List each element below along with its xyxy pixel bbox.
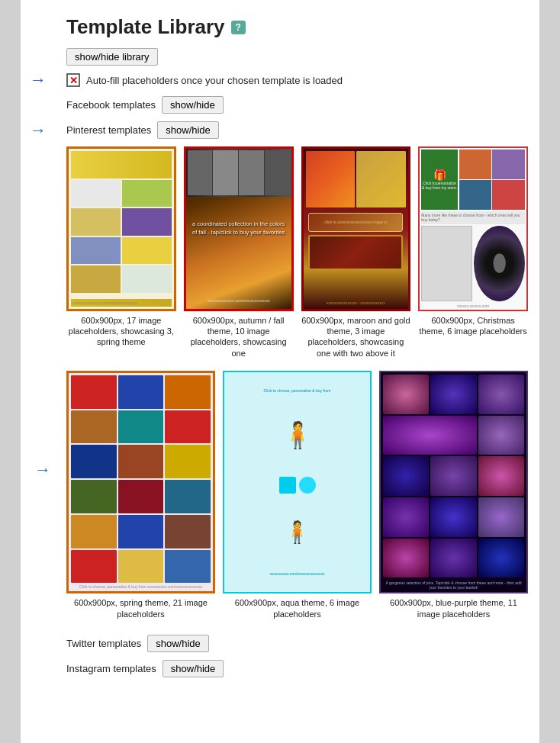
template-maroon-gold-caption: 600x900px, maroon and gold theme, 3 imag… (301, 315, 411, 359)
template-blue-purple[interactable]: A gorgeous selection of pins. Tap/click … (379, 371, 528, 619)
autofill-label: Auto-fill placeholders once your chosen … (86, 75, 343, 86)
template-spring-21-thumb: Click to choose, personalize & buy from … (66, 371, 215, 594)
template-autumn[interactable]: a coordinated collection in the colors o… (184, 146, 294, 359)
facebook-show-hide-button[interactable]: show/hide (162, 96, 224, 114)
pinterest-templates-row1: xxxxxxxxxxxxxxx.com/xxxxxxxxxxxxxx 600x9… (66, 146, 528, 359)
spring21-arrow: → (34, 460, 51, 480)
page-title-row: Template Library ? (66, 8, 528, 39)
help-badge[interactable]: ? (231, 21, 246, 34)
facebook-label: Facebook templates (66, 99, 156, 111)
twitter-section-row: Twitter templates show/hide (66, 635, 528, 652)
template-blue-purple-thumb: A gorgeous selection of pins. Tap/click … (379, 371, 528, 594)
template-blue-purple-caption: 600x900px, blue-purple theme, 11 image p… (379, 597, 528, 619)
template-aqua-caption: 600x900px, aqua theme, 6 image placehold… (223, 597, 372, 619)
pinterest-show-hide-button[interactable]: show/hide (157, 121, 219, 139)
pinterest-arrow: → (30, 121, 47, 140)
template-spring-17-thumb: xxxxxxxxxxxxxxx.com/xxxxxxxxxxxxxx (66, 146, 176, 311)
show-hide-library-button[interactable]: show/hide library (66, 48, 158, 66)
template-christmas-caption: 600x900px, Christmas theme, 6 image plac… (418, 315, 528, 337)
template-maroon-gold-thumb: click to xxxxxxxxxxxxxxxxxx image to xxx… (301, 146, 411, 311)
page-title: Template Library (66, 15, 225, 39)
template-spring-17-caption: 600x900px, 17 image placeholders, showca… (66, 315, 176, 348)
twitter-label: Twitter templates (66, 638, 141, 649)
template-maroon-gold[interactable]: click to xxxxxxxxxxxxxxxxxx image to xxx… (301, 146, 411, 359)
main-container: Template Library ? show/hide library → A… (21, 0, 539, 743)
template-autumn-thumb: a coordinated collection in the colors o… (184, 146, 294, 311)
template-spring-21-caption: 600x900px, spring theme, 21 image placeh… (66, 597, 215, 619)
autofill-row: → Auto-fill placeholders once your chose… (66, 73, 528, 87)
instagram-show-hide-button[interactable]: show/hide (163, 660, 224, 677)
instagram-label: Instagram templates (66, 663, 156, 674)
template-aqua-thumb: Click to choose, personalize & buy from … (223, 371, 372, 594)
pinterest-templates-row2: → (66, 371, 528, 619)
twitter-show-hide-button[interactable]: show/hide (147, 635, 209, 652)
template-christmas[interactable]: 🎁 Click to personalize & buy from my sto… (418, 146, 528, 359)
template-christmas-thumb: 🎁 Click to personalize & buy from my sto… (418, 146, 528, 311)
bottom-sections: Twitter templates show/hide Instagram te… (66, 635, 528, 677)
instagram-section-row: Instagram templates show/hide (66, 660, 528, 677)
facebook-section-row: Facebook templates show/hide (66, 96, 528, 114)
template-spring-21[interactable]: Click to choose, personalize & buy from … (66, 371, 215, 619)
top-button-row: show/hide library (66, 48, 528, 66)
template-spring-17[interactable]: xxxxxxxxxxxxxxx.com/xxxxxxxxxxxxxx 600x9… (66, 146, 176, 359)
template-aqua[interactable]: Click to choose, personalize & buy from … (223, 371, 372, 619)
autofill-arrow: → (30, 70, 47, 90)
pinterest-label: Pinterest templates (66, 124, 151, 136)
pinterest-section-row: → Pinterest templates show/hide (66, 121, 528, 139)
autofill-checkbox[interactable] (66, 73, 80, 87)
template-autumn-caption: 600x900px, autumn / fall theme, 10 image… (184, 315, 294, 359)
